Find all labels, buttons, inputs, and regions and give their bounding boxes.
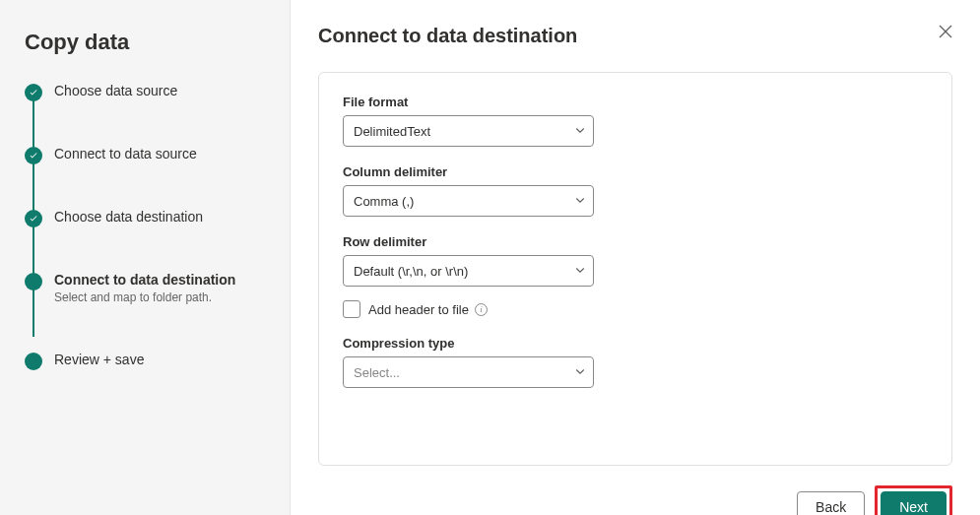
info-icon[interactable]: i <box>475 303 488 316</box>
step-label: Review + save <box>54 352 144 367</box>
step-connector <box>33 100 34 148</box>
step-connector <box>33 290 34 337</box>
step-list: Choose data source Connect to data sourc… <box>25 83 265 370</box>
close-icon <box>938 28 953 42</box>
step-description: Select and map to folder path. <box>54 290 235 304</box>
column-delimiter-label: Column delimiter <box>343 164 928 179</box>
check-icon <box>25 147 42 164</box>
main-panel: Connect to data destination File format … <box>291 0 980 515</box>
compression-label: Compression type <box>343 336 928 351</box>
pending-step-icon <box>25 353 42 370</box>
sidebar: Copy data Choose data source Connect to … <box>0 0 291 515</box>
step-connector <box>33 226 34 274</box>
compression-group: Compression type Select... <box>343 336 928 388</box>
back-button[interactable]: Back <box>797 491 865 515</box>
step-label: Connect to data source <box>54 146 197 161</box>
next-button[interactable]: Next <box>881 491 947 515</box>
step-choose-destination[interactable]: Choose data destination <box>25 209 265 272</box>
check-icon <box>25 210 42 227</box>
column-delimiter-value: Comma (,) <box>343 185 594 217</box>
compression-placeholder: Select... <box>343 356 594 388</box>
close-button[interactable] <box>934 20 957 46</box>
step-connect-destination[interactable]: Connect to data destination Select and m… <box>25 272 265 352</box>
step-choose-source[interactable]: Choose data source <box>25 83 265 146</box>
file-format-label: File format <box>343 95 928 109</box>
main-header: Connect to data destination <box>318 25 952 47</box>
wizard-title: Copy data <box>25 30 265 55</box>
file-format-group: File format DelimitedText <box>343 95 928 147</box>
file-format-select[interactable]: DelimitedText <box>343 115 594 147</box>
step-label: Choose data destination <box>54 209 203 225</box>
add-header-row: Add header to file i <box>343 300 928 318</box>
compression-select[interactable]: Select... <box>343 356 594 388</box>
page-title: Connect to data destination <box>318 25 577 47</box>
file-format-value: DelimitedText <box>343 115 594 147</box>
step-label: Connect to data destination <box>54 272 235 288</box>
check-icon <box>25 84 42 101</box>
row-delimiter-label: Row delimiter <box>343 234 928 249</box>
step-connect-source[interactable]: Connect to data source <box>25 146 265 209</box>
next-highlight: Next <box>875 485 952 515</box>
add-header-checkbox[interactable] <box>343 300 360 318</box>
form-card: File format DelimitedText Column delimit… <box>318 72 952 466</box>
column-delimiter-group: Column delimiter Comma (,) <box>343 164 928 217</box>
footer: Back Next <box>318 485 952 515</box>
step-review-save[interactable]: Review + save <box>25 352 265 370</box>
row-delimiter-select[interactable]: Default (\r,\n, or \r\n) <box>343 255 594 287</box>
row-delimiter-value: Default (\r,\n, or \r\n) <box>343 255 594 287</box>
row-delimiter-group: Row delimiter Default (\r,\n, or \r\n) <box>343 234 928 287</box>
step-connector <box>33 163 34 211</box>
add-header-text: Add header to file <box>368 302 469 317</box>
column-delimiter-select[interactable]: Comma (,) <box>343 185 594 217</box>
add-header-label: Add header to file i <box>368 302 488 317</box>
step-label: Choose data source <box>54 83 177 98</box>
current-step-icon <box>25 273 42 290</box>
